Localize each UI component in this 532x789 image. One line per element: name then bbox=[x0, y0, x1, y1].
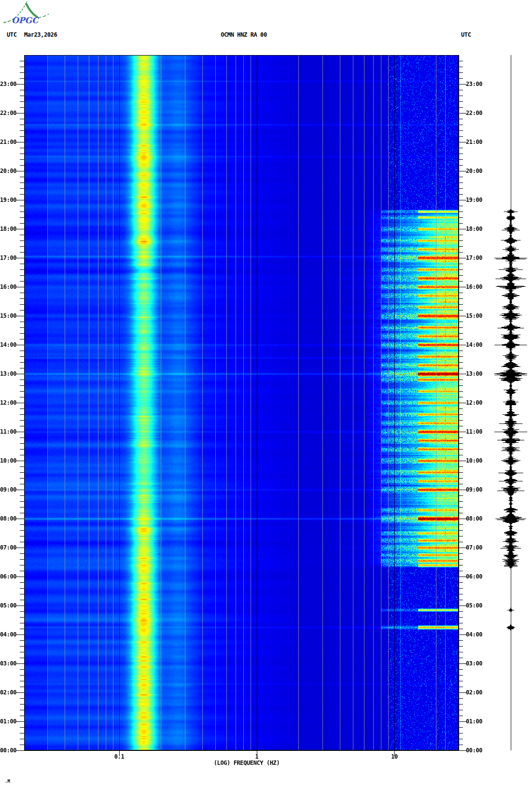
time-label-right: 12:00 bbox=[466, 400, 482, 406]
time-label-right: 09:00 bbox=[466, 487, 482, 493]
time-label-right: 18:00 bbox=[466, 226, 482, 232]
freq-tick-label: 1 bbox=[245, 754, 268, 760]
time-label-right: 14:00 bbox=[466, 342, 482, 348]
time-label-right: 03:00 bbox=[466, 661, 482, 666]
time-label-left: 11:00 bbox=[0, 429, 16, 435]
time-label-left: 15:00 bbox=[0, 313, 16, 319]
time-label-right: 07:00 bbox=[466, 545, 482, 550]
freq-tick-label: 0.1 bbox=[108, 754, 131, 760]
time-label-left: 20:00 bbox=[0, 168, 16, 174]
time-label-left: 00:00 bbox=[0, 747, 16, 753]
page: OPGC UTC Mar23,2026 OCMN HNZ RA 00 UTC 0… bbox=[0, 0, 532, 789]
time-label-right: 02:00 bbox=[466, 690, 482, 695]
time-label-right: 16:00 bbox=[466, 284, 482, 290]
time-label-right: 23:00 bbox=[466, 81, 482, 87]
time-label-left: 23:00 bbox=[0, 81, 16, 87]
seismogram-trace-canvas bbox=[489, 55, 532, 750]
time-label-left: 04:00 bbox=[0, 632, 16, 637]
freq-axis-title: (LOG) FREQUENCY (HZ) bbox=[174, 760, 319, 766]
time-label-right: 20:00 bbox=[466, 168, 482, 174]
time-label-left: 06:00 bbox=[0, 574, 16, 579]
time-label-left: 17:00 bbox=[0, 255, 16, 261]
freq-tick-label: 10 bbox=[383, 754, 406, 760]
time-label-right: 10:00 bbox=[466, 458, 482, 464]
time-label-right: 11:00 bbox=[466, 429, 482, 435]
time-label-right: 15:00 bbox=[466, 313, 482, 319]
time-label-right: 04:00 bbox=[466, 632, 482, 637]
time-label-left: 09:00 bbox=[0, 487, 16, 493]
time-label-right: 01:00 bbox=[466, 719, 482, 724]
spectrogram-canvas bbox=[24, 55, 459, 750]
time-label-left: 10:00 bbox=[0, 458, 16, 464]
time-label-left: 08:00 bbox=[0, 516, 16, 521]
time-label-left: 12:00 bbox=[0, 400, 16, 406]
time-label-left: 21:00 bbox=[0, 139, 16, 145]
time-label-left: 05:00 bbox=[0, 603, 16, 608]
time-label-right: 06:00 bbox=[466, 574, 482, 579]
time-label-right: 00:00 bbox=[466, 747, 482, 753]
time-label-left: 19:00 bbox=[0, 197, 16, 203]
time-label-right: 08:00 bbox=[466, 516, 482, 521]
time-label-left: 13:00 bbox=[0, 371, 16, 377]
time-label-left: 16:00 bbox=[0, 284, 16, 290]
time-label-right: 13:00 bbox=[466, 371, 482, 377]
time-label-right: 05:00 bbox=[466, 603, 482, 608]
time-label-left: 22:00 bbox=[0, 110, 16, 116]
time-label-left: 18:00 bbox=[0, 226, 16, 232]
time-label-left: 01:00 bbox=[0, 719, 16, 724]
time-label-right: 21:00 bbox=[466, 139, 482, 145]
time-label-left: 03:00 bbox=[0, 661, 16, 666]
corner-mark: .M bbox=[5, 779, 10, 784]
time-label-right: 17:00 bbox=[466, 255, 482, 261]
time-label-right: 22:00 bbox=[466, 110, 482, 116]
time-label-left: 14:00 bbox=[0, 342, 16, 348]
time-label-right: 19:00 bbox=[466, 197, 482, 203]
time-label-left: 07:00 bbox=[0, 545, 16, 550]
time-label-left: 02:00 bbox=[0, 690, 16, 695]
